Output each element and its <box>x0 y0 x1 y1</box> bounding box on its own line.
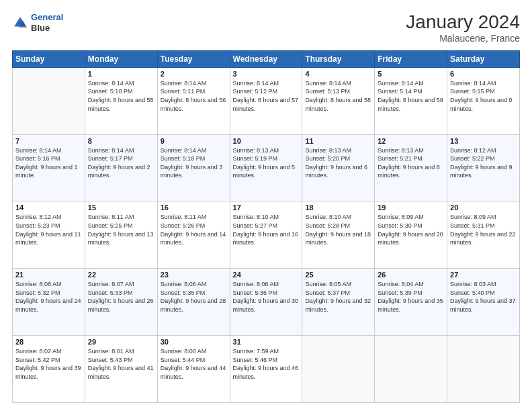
day-number: 10 <box>233 137 300 145</box>
day-info: Sunrise: 8:01 AMSunset: 5:43 PMDaylight:… <box>88 347 154 381</box>
calendar-day-cell: 5Sunrise: 8:14 AMSunset: 5:14 PMDaylight… <box>375 67 447 134</box>
main-title: January 2024 <box>406 12 520 33</box>
calendar-day-cell: 18Sunrise: 8:10 AMSunset: 5:28 PMDayligh… <box>302 201 375 269</box>
logo: General Blue <box>12 12 63 33</box>
calendar-day-cell: 25Sunrise: 8:05 AMSunset: 5:37 PMDayligh… <box>302 269 375 336</box>
weekday-header: Wednesday <box>230 50 302 67</box>
day-number: 30 <box>161 338 227 346</box>
day-info: Sunrise: 8:13 AMSunset: 5:19 PMDaylight:… <box>233 146 300 180</box>
day-info: Sunrise: 8:03 AMSunset: 5:40 PMDaylight:… <box>450 280 517 314</box>
day-number: 6 <box>450 70 517 78</box>
day-info: Sunrise: 8:11 AMSunset: 5:25 PMDaylight:… <box>88 213 154 246</box>
logo-icon <box>12 15 28 31</box>
day-number: 26 <box>378 271 444 279</box>
weekday-header: Monday <box>85 50 157 67</box>
calendar-week-row: 28Sunrise: 8:02 AMSunset: 5:42 PMDayligh… <box>13 336 520 403</box>
calendar-day-cell: 27Sunrise: 8:03 AMSunset: 5:40 PMDayligh… <box>447 269 520 336</box>
day-number: 31 <box>233 338 300 346</box>
day-info: Sunrise: 8:14 AMSunset: 5:14 PMDaylight:… <box>378 79 444 113</box>
day-info: Sunrise: 8:08 AMSunset: 5:32 PMDaylight:… <box>15 280 82 314</box>
day-number: 11 <box>305 137 371 145</box>
day-number: 1 <box>88 70 154 78</box>
day-number: 7 <box>15 137 82 145</box>
calendar-day-cell <box>447 336 520 403</box>
calendar-day-cell: 28Sunrise: 8:02 AMSunset: 5:42 PMDayligh… <box>13 336 85 403</box>
day-info: Sunrise: 8:12 AMSunset: 5:22 PMDaylight:… <box>450 146 517 180</box>
day-number: 21 <box>15 271 82 279</box>
calendar-week-row: 7Sunrise: 8:14 AMSunset: 5:16 PMDaylight… <box>13 134 520 201</box>
day-info: Sunrise: 8:09 AMSunset: 5:31 PMDaylight:… <box>450 213 517 246</box>
calendar-day-cell: 7Sunrise: 8:14 AMSunset: 5:16 PMDaylight… <box>13 134 85 201</box>
calendar-day-cell: 1Sunrise: 8:14 AMSunset: 5:10 PMDaylight… <box>85 67 157 134</box>
weekday-header: Tuesday <box>157 50 230 67</box>
day-info: Sunrise: 8:14 AMSunset: 5:17 PMDaylight:… <box>88 146 154 180</box>
calendar-day-cell: 11Sunrise: 8:13 AMSunset: 5:20 PMDayligh… <box>302 134 375 201</box>
calendar-day-cell: 20Sunrise: 8:09 AMSunset: 5:31 PMDayligh… <box>447 201 520 269</box>
calendar-day-cell: 16Sunrise: 8:11 AMSunset: 5:26 PMDayligh… <box>157 201 230 269</box>
day-info: Sunrise: 8:14 AMSunset: 5:16 PMDaylight:… <box>15 146 82 180</box>
logo-blue: Blue <box>31 23 63 34</box>
calendar-week-row: 14Sunrise: 8:12 AMSunset: 5:23 PMDayligh… <box>13 201 520 269</box>
calendar-week-row: 1Sunrise: 8:14 AMSunset: 5:10 PMDaylight… <box>13 67 520 134</box>
day-number: 12 <box>378 137 444 145</box>
calendar-day-cell: 30Sunrise: 8:00 AMSunset: 5:44 PMDayligh… <box>157 336 230 403</box>
day-number: 29 <box>88 338 154 346</box>
day-number: 25 <box>305 271 371 279</box>
calendar-day-cell: 9Sunrise: 8:14 AMSunset: 5:18 PMDaylight… <box>157 134 230 201</box>
day-info: Sunrise: 8:04 AMSunset: 5:39 PMDaylight:… <box>378 280 444 314</box>
calendar-day-cell: 3Sunrise: 8:14 AMSunset: 5:12 PMDaylight… <box>230 67 302 134</box>
day-number: 13 <box>450 137 517 145</box>
day-number: 28 <box>15 338 82 346</box>
header: General Blue January 2024 Malaucene, Fra… <box>12 12 520 44</box>
calendar-day-cell: 21Sunrise: 8:08 AMSunset: 5:32 PMDayligh… <box>13 269 85 336</box>
weekday-header: Thursday <box>302 50 375 67</box>
day-info: Sunrise: 8:10 AMSunset: 5:27 PMDaylight:… <box>233 213 300 246</box>
weekday-header: Saturday <box>447 50 520 67</box>
day-number: 2 <box>161 70 227 78</box>
day-number: 22 <box>88 271 154 279</box>
day-info: Sunrise: 8:13 AMSunset: 5:21 PMDaylight:… <box>378 146 444 180</box>
calendar-day-cell: 8Sunrise: 8:14 AMSunset: 5:17 PMDaylight… <box>85 134 157 201</box>
day-info: Sunrise: 8:10 AMSunset: 5:28 PMDaylight:… <box>305 213 371 246</box>
day-number: 14 <box>15 203 82 212</box>
day-info: Sunrise: 8:13 AMSunset: 5:20 PMDaylight:… <box>305 146 371 180</box>
calendar-day-cell: 17Sunrise: 8:10 AMSunset: 5:27 PMDayligh… <box>230 201 302 269</box>
logo-general: General <box>31 12 63 22</box>
day-number: 3 <box>233 70 300 78</box>
calendar-day-cell: 14Sunrise: 8:12 AMSunset: 5:23 PMDayligh… <box>13 201 85 269</box>
page: General Blue January 2024 Malaucene, Fra… <box>0 0 532 411</box>
calendar-day-cell: 2Sunrise: 8:14 AMSunset: 5:11 PMDaylight… <box>157 67 230 134</box>
day-info: Sunrise: 8:09 AMSunset: 5:30 PMDaylight:… <box>378 213 444 246</box>
day-info: Sunrise: 7:59 AMSunset: 5:46 PMDaylight:… <box>233 347 300 381</box>
day-number: 8 <box>88 137 154 145</box>
calendar-day-cell <box>302 336 375 403</box>
logo-text: General Blue <box>31 12 63 33</box>
day-info: Sunrise: 8:14 AMSunset: 5:18 PMDaylight:… <box>161 146 227 180</box>
calendar-day-cell: 12Sunrise: 8:13 AMSunset: 5:21 PMDayligh… <box>375 134 447 201</box>
day-info: Sunrise: 8:12 AMSunset: 5:23 PMDaylight:… <box>15 213 82 246</box>
day-number: 17 <box>233 203 300 212</box>
day-info: Sunrise: 8:11 AMSunset: 5:26 PMDaylight:… <box>161 213 227 246</box>
calendar-day-cell: 24Sunrise: 8:06 AMSunset: 5:36 PMDayligh… <box>230 269 302 336</box>
weekday-header: Sunday <box>13 50 85 67</box>
day-number: 16 <box>161 203 227 212</box>
day-number: 15 <box>88 203 154 212</box>
day-number: 9 <box>161 137 227 145</box>
title-block: January 2024 Malaucene, France <box>406 12 520 44</box>
day-info: Sunrise: 8:14 AMSunset: 5:13 PMDaylight:… <box>305 79 371 113</box>
calendar-week-row: 21Sunrise: 8:08 AMSunset: 5:32 PMDayligh… <box>13 269 520 336</box>
calendar-table: SundayMondayTuesdayWednesdayThursdayFrid… <box>12 50 520 403</box>
day-number: 18 <box>305 203 371 212</box>
day-info: Sunrise: 8:05 AMSunset: 5:37 PMDaylight:… <box>305 280 371 314</box>
day-info: Sunrise: 8:14 AMSunset: 5:12 PMDaylight:… <box>233 79 300 113</box>
day-info: Sunrise: 8:06 AMSunset: 5:35 PMDaylight:… <box>161 280 227 314</box>
day-number: 23 <box>161 271 227 279</box>
day-number: 19 <box>378 203 444 212</box>
day-number: 20 <box>450 203 517 212</box>
calendar-day-cell: 13Sunrise: 8:12 AMSunset: 5:22 PMDayligh… <box>447 134 520 201</box>
day-number: 24 <box>233 271 300 279</box>
calendar-day-cell: 19Sunrise: 8:09 AMSunset: 5:30 PMDayligh… <box>375 201 447 269</box>
calendar-day-cell: 22Sunrise: 8:07 AMSunset: 5:33 PMDayligh… <box>85 269 157 336</box>
day-info: Sunrise: 8:07 AMSunset: 5:33 PMDaylight:… <box>88 280 154 314</box>
calendar-day-cell <box>13 67 85 134</box>
